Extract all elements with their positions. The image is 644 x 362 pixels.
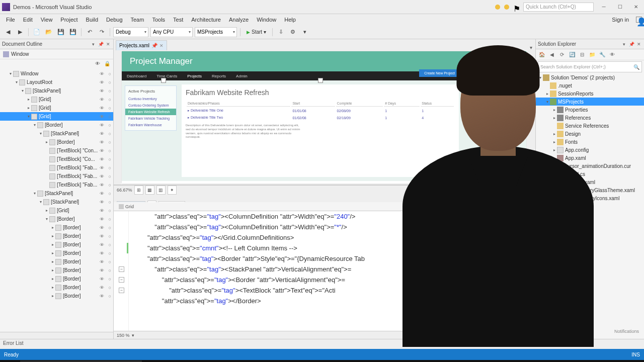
- outline-tree-item[interactable]: ▾[Border]👁○: [0, 121, 113, 129]
- fold-button[interactable]: −: [119, 266, 124, 272]
- menu-view[interactable]: View: [37, 16, 57, 24]
- outline-tree-item[interactable]: ▸[Border]👁○: [0, 283, 113, 292]
- designer-vscroll[interactable]: [527, 50, 535, 185]
- pm-nav-timecards[interactable]: Time Cards: [156, 74, 177, 78]
- se-tree-item[interactable]: .nuget: [536, 81, 644, 89]
- outline-tree-item[interactable]: ▾[Grid]👁○: [0, 112, 113, 121]
- pm-nav-dashboard[interactable]: Dashboard: [127, 74, 146, 78]
- error-list-panel-title[interactable]: Error List: [0, 339, 644, 349]
- toolbar-btn-1[interactable]: ⇩: [276, 27, 286, 37]
- flag-icon[interactable]: ⚑: [513, 4, 519, 10]
- panel-close-icon[interactable]: ✕: [636, 41, 642, 47]
- se-props-icon[interactable]: 🔧: [598, 51, 606, 59]
- outline-tree-item[interactable]: ▾Window👁○: [0, 69, 113, 78]
- fold-button[interactable]: −: [119, 288, 124, 293]
- se-tree-item[interactable]: ▸Properties: [536, 106, 644, 114]
- table-row[interactable]: ▸ Deliverable Title One01/01/0802/08/091…: [187, 108, 454, 114]
- se-tree-item[interactable]: ▾MSProjects: [536, 98, 644, 106]
- panel-pin-icon[interactable]: 📌: [628, 41, 634, 47]
- panel-dropdown-icon[interactable]: ▾: [90, 41, 96, 47]
- quick-launch-input[interactable]: Quick Launch (Ctrl+Q): [523, 3, 594, 12]
- se-tree-item[interactable]: cursor_animationDuration.cur: [536, 162, 644, 170]
- panel-pin-icon[interactable]: 📌: [98, 41, 104, 47]
- grid-button[interactable]: ▦: [145, 186, 154, 195]
- toolbar-btn-2[interactable]: ⚙: [288, 27, 298, 37]
- fold-button[interactable]: −: [119, 277, 124, 283]
- outline-tree-item[interactable]: ▸[Grid]👁○: [0, 206, 113, 215]
- effects-button[interactable]: ✦: [168, 186, 177, 195]
- outline-tree-item[interactable]: ▾[StackPanel]👁○: [0, 129, 113, 138]
- nav-fwd-button[interactable]: ▶: [15, 27, 25, 37]
- outline-tree-item[interactable]: ▾[StackPanel]👁○: [0, 189, 113, 198]
- outline-tree-item[interactable]: [TextBlock] "Fab...👁○: [0, 163, 113, 172]
- outline-tree-item[interactable]: ▾[StackPanel]👁○: [0, 86, 113, 95]
- outline-tree-item[interactable]: [TextBlock] "Con...👁○: [0, 146, 113, 155]
- outline-tree-item[interactable]: ▾LayoutRoot👁○: [0, 78, 113, 86]
- menu-debug[interactable]: Debug: [102, 16, 126, 24]
- se-sync-icon[interactable]: ⟳: [558, 51, 566, 59]
- pm-project-item[interactable]: Fabrikam Vehicle Tracking: [125, 115, 176, 122]
- pm-create-project-button[interactable]: Create New Project: [419, 69, 460, 77]
- se-refresh-icon[interactable]: 🔄: [568, 51, 576, 59]
- pm-project-item[interactable]: Contoso Inventory: [125, 96, 176, 102]
- fit-button[interactable]: ⊞: [134, 186, 143, 195]
- start-button[interactable]: Start ▾: [244, 29, 269, 35]
- menu-window[interactable]: Window: [253, 16, 280, 24]
- se-showall-icon[interactable]: 📁: [588, 51, 596, 59]
- user-icon[interactable]: 👤: [636, 17, 642, 23]
- menu-architecture[interactable]: Architecture: [187, 16, 225, 24]
- snap-button[interactable]: ▥: [156, 186, 166, 195]
- breadcrumb-item[interactable]: Grid: [512, 204, 533, 209]
- pin-icon[interactable]: 📌: [151, 43, 157, 48]
- outline-tree-item[interactable]: ▾[StackPanel]👁○: [0, 198, 113, 206]
- undo-button[interactable]: ↶: [85, 27, 95, 37]
- se-tree-item[interactable]: ▸App.xaml: [536, 154, 644, 162]
- outline-tree-item[interactable]: ▸[Border]👁○: [0, 223, 113, 232]
- toolbar-btn-3[interactable]: ▾: [300, 27, 310, 37]
- se-search-input[interactable]: Search Solution Explorer (Ctrl+;): [538, 61, 642, 72]
- pm-project-item[interactable]: Fabrikam Website Refresh: [125, 109, 176, 115]
- se-tree-item[interactable]: ▸Projects.xaml: [536, 178, 644, 186]
- se-collapse-icon[interactable]: ⊟: [578, 51, 586, 59]
- nav-back-button[interactable]: ◀: [3, 27, 13, 37]
- menu-build[interactable]: Build: [82, 16, 102, 24]
- notifications-label[interactable]: Notifications: [614, 329, 639, 334]
- outline-tree-item[interactable]: ▸[Grid]👁○: [0, 95, 113, 104]
- editor-hscroll[interactable]: 150 %▾: [114, 331, 535, 339]
- pm-add-role-button[interactable]: Add Role: [463, 109, 524, 115]
- save-button[interactable]: 💾: [56, 27, 66, 37]
- platform-dropdown[interactable]: Any CPU: [150, 27, 193, 37]
- se-tree-item[interactable]: ▸SessionReports: [536, 89, 644, 98]
- pm-nav-reports[interactable]: Reports: [212, 74, 226, 78]
- se-back-icon[interactable]: ◀: [548, 51, 556, 59]
- menu-help[interactable]: Help: [280, 16, 300, 24]
- open-button[interactable]: 📂: [44, 27, 54, 37]
- menu-team[interactable]: Team: [127, 16, 148, 24]
- se-tree-item[interactable]: rceDictionaryGlassTheme.xaml: [536, 186, 644, 194]
- outline-tree-item[interactable]: ▸[Border]👁○: [0, 249, 113, 257]
- outline-hscroll[interactable]: [0, 332, 113, 339]
- feedback-icon[interactable]: [504, 5, 509, 10]
- xaml-designer[interactable]: Project Manager Dashboard Time Cards Pro…: [114, 50, 535, 185]
- document-tab[interactable]: Projects.xaml 📌 ✕: [116, 40, 167, 50]
- menu-analyze[interactable]: Analyze: [225, 16, 253, 24]
- xaml-code-editor[interactable]: − − − "attr">class"eq">="tag"><ColumnDef…: [114, 211, 535, 331]
- menu-test[interactable]: Test: [169, 16, 187, 24]
- se-tree-item[interactable]: ▾Solution 'Demos' (2 projects): [536, 73, 644, 81]
- tab-close-icon[interactable]: ✕: [159, 43, 164, 48]
- pm-project-item[interactable]: Fabrikam Warehouse: [125, 122, 176, 128]
- se-home-icon[interactable]: 🏠: [538, 51, 546, 59]
- notification-dot-icon[interactable]: [495, 5, 500, 10]
- pm-project-item[interactable]: Contoso Ordering System: [125, 102, 176, 109]
- startup-dropdown[interactable]: MSProjects: [195, 27, 237, 37]
- outline-tree-item[interactable]: ▸[Border]👁○: [0, 266, 113, 275]
- se-tree-item[interactable]: s.xaml: [536, 202, 644, 210]
- se-tree-item[interactable]: Service References: [536, 122, 644, 130]
- outline-root[interactable]: Window: [0, 49, 113, 59]
- maximize-button[interactable]: ☐: [614, 2, 626, 12]
- se-preview-icon[interactable]: 👁: [608, 51, 616, 59]
- panel-close-icon[interactable]: ✕: [105, 41, 111, 47]
- lock-icon[interactable]: 🔒: [104, 61, 111, 68]
- tab-overflow-icon[interactable]: ▾: [530, 45, 532, 50]
- outline-tree-item[interactable]: ▾[Border]👁○: [0, 215, 113, 223]
